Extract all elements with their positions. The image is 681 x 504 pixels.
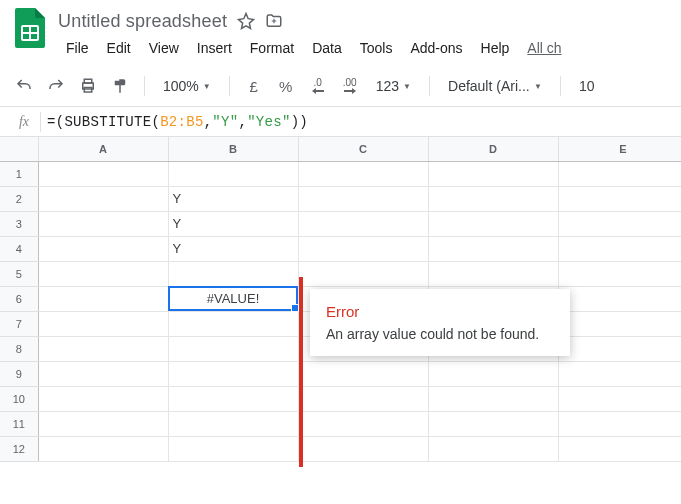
col-header-e[interactable]: E xyxy=(558,137,681,161)
cell[interactable] xyxy=(168,411,298,436)
menu-file[interactable]: File xyxy=(58,36,97,60)
col-header-c[interactable]: C xyxy=(298,137,428,161)
cell[interactable] xyxy=(168,311,298,336)
cell[interactable] xyxy=(558,436,681,461)
cell[interactable] xyxy=(558,361,681,386)
undo-button[interactable] xyxy=(10,72,38,100)
cell[interactable] xyxy=(38,211,168,236)
cell[interactable] xyxy=(38,311,168,336)
cell[interactable] xyxy=(168,261,298,286)
row-header[interactable]: 4 xyxy=(0,236,38,261)
formula-input[interactable]: =(SUBSTITUTE(B2:B5,"Y","Yes")) xyxy=(47,114,308,130)
cell[interactable] xyxy=(558,386,681,411)
cell[interactable] xyxy=(298,436,428,461)
row-header[interactable]: 9 xyxy=(0,361,38,386)
zoom-dropdown[interactable]: 100%▼ xyxy=(155,72,219,100)
cell[interactable] xyxy=(428,236,558,261)
cell[interactable] xyxy=(558,236,681,261)
font-dropdown[interactable]: Default (Ari...▼ xyxy=(440,72,550,100)
cell[interactable] xyxy=(428,186,558,211)
number-format-dropdown[interactable]: 123▼ xyxy=(368,72,419,100)
row-header[interactable]: 10 xyxy=(0,386,38,411)
row-header[interactable]: 3 xyxy=(0,211,38,236)
star-icon[interactable] xyxy=(237,12,255,30)
move-icon[interactable] xyxy=(265,12,283,30)
cell[interactable] xyxy=(38,286,168,311)
cell[interactable] xyxy=(428,161,558,186)
increase-decimal-button[interactable]: .00 xyxy=(336,72,364,100)
sheets-logo-icon[interactable] xyxy=(10,8,50,48)
cell[interactable] xyxy=(298,161,428,186)
cell[interactable] xyxy=(38,236,168,261)
cell[interactable] xyxy=(428,211,558,236)
row-header[interactable]: 11 xyxy=(0,411,38,436)
menu-data[interactable]: Data xyxy=(304,36,350,60)
cell[interactable] xyxy=(168,336,298,361)
menu-view[interactable]: View xyxy=(141,36,187,60)
cell[interactable] xyxy=(38,361,168,386)
currency-button[interactable]: £ xyxy=(240,72,268,100)
cell[interactable] xyxy=(168,436,298,461)
cell[interactable] xyxy=(558,186,681,211)
redo-button[interactable] xyxy=(42,72,70,100)
menu-format[interactable]: Format xyxy=(242,36,302,60)
cell[interactable] xyxy=(558,286,681,311)
cell-b6[interactable]: #VALUE! xyxy=(168,286,298,311)
menu-edit[interactable]: Edit xyxy=(99,36,139,60)
paint-format-button[interactable] xyxy=(106,72,134,100)
cell[interactable] xyxy=(38,161,168,186)
cell[interactable] xyxy=(298,411,428,436)
menu-help[interactable]: Help xyxy=(473,36,518,60)
cell[interactable] xyxy=(38,186,168,211)
cell[interactable] xyxy=(558,161,681,186)
cell[interactable] xyxy=(298,361,428,386)
cell[interactable] xyxy=(38,336,168,361)
cell-b4[interactable]: Y xyxy=(168,236,298,261)
row-header[interactable]: 5 xyxy=(0,261,38,286)
col-header-a[interactable]: A xyxy=(38,137,168,161)
row-header[interactable]: 2 xyxy=(0,186,38,211)
cell-b3[interactable]: Y xyxy=(168,211,298,236)
cell[interactable] xyxy=(168,361,298,386)
cell[interactable] xyxy=(298,211,428,236)
cell[interactable] xyxy=(168,161,298,186)
row-header[interactable]: 8 xyxy=(0,336,38,361)
cell[interactable] xyxy=(298,236,428,261)
menu-insert[interactable]: Insert xyxy=(189,36,240,60)
cell[interactable] xyxy=(428,261,558,286)
cell[interactable] xyxy=(38,411,168,436)
col-header-b[interactable]: B xyxy=(168,137,298,161)
print-button[interactable] xyxy=(74,72,102,100)
cell[interactable] xyxy=(38,261,168,286)
cell[interactable] xyxy=(558,211,681,236)
fx-icon[interactable]: fx xyxy=(8,114,40,130)
cell[interactable] xyxy=(38,386,168,411)
row-header[interactable]: 6 xyxy=(0,286,38,311)
cell[interactable] xyxy=(558,411,681,436)
col-header-d[interactable]: D xyxy=(428,137,558,161)
cell[interactable] xyxy=(428,411,558,436)
cell[interactable] xyxy=(428,361,558,386)
cell-b2[interactable]: Y xyxy=(168,186,298,211)
cell[interactable] xyxy=(428,436,558,461)
decrease-decimal-button[interactable]: .0 xyxy=(304,72,332,100)
doc-title[interactable]: Untitled spreadsheet xyxy=(58,11,227,32)
cell[interactable] xyxy=(558,336,681,361)
menu-more[interactable]: All ch xyxy=(519,36,569,60)
select-all-corner[interactable] xyxy=(0,137,38,161)
row-header[interactable]: 7 xyxy=(0,311,38,336)
cell[interactable] xyxy=(168,386,298,411)
cell[interactable] xyxy=(558,261,681,286)
row-header[interactable]: 12 xyxy=(0,436,38,461)
spreadsheet-grid[interactable]: A B C D E 1 2Y 3Y 4Y 5 6#VALUE! 7 8 9 10… xyxy=(0,137,681,462)
cell[interactable] xyxy=(38,436,168,461)
cell[interactable] xyxy=(428,386,558,411)
menu-addons[interactable]: Add-ons xyxy=(402,36,470,60)
cell[interactable] xyxy=(298,186,428,211)
menu-tools[interactable]: Tools xyxy=(352,36,401,60)
cell[interactable] xyxy=(298,261,428,286)
row-header[interactable]: 1 xyxy=(0,161,38,186)
font-size-dropdown[interactable]: 10 xyxy=(571,72,603,100)
cell[interactable] xyxy=(558,311,681,336)
percent-button[interactable]: % xyxy=(272,72,300,100)
